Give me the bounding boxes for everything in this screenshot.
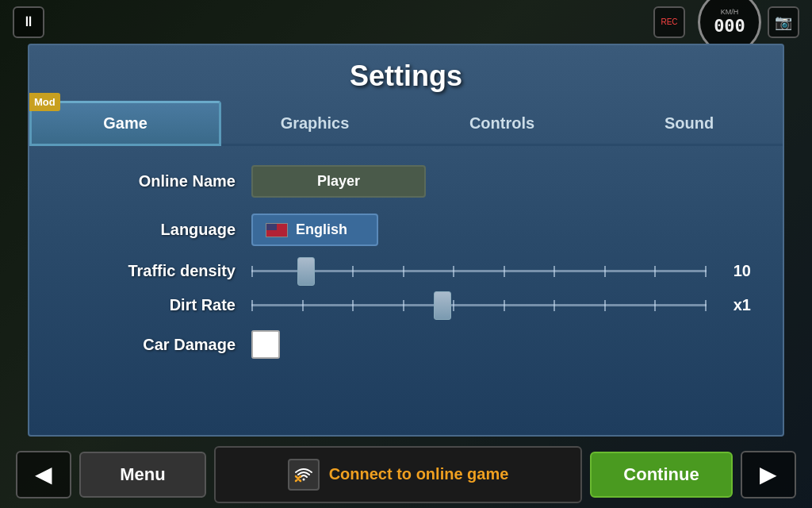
tick (302, 300, 304, 311)
tick (453, 266, 454, 277)
tick (604, 266, 606, 277)
tab-controls[interactable]: Controls (408, 102, 596, 146)
dirt-rate-slider-container: x1 (251, 296, 751, 314)
pause-button[interactable]: ⏸ (13, 6, 44, 38)
tab-sound[interactable]: Sound (596, 102, 783, 146)
settings-title: Settings (29, 45, 783, 102)
tick (654, 300, 656, 311)
online-name-input[interactable] (251, 165, 426, 198)
connect-label: Connect to online game (329, 465, 509, 483)
tick (251, 300, 253, 311)
tick (352, 266, 354, 277)
tick (553, 300, 555, 311)
menu-button[interactable]: Menu (79, 452, 206, 498)
wifi-icon (288, 459, 320, 491)
language-row: Language English (61, 214, 751, 246)
tick (504, 300, 505, 311)
dirt-rate-row: Dirt Rate (61, 296, 751, 314)
tick (504, 266, 505, 277)
car-damage-label: Car Damage (61, 336, 236, 354)
traffic-density-ticks (251, 270, 707, 272)
tick (705, 266, 707, 277)
traffic-density-track[interactable] (251, 270, 707, 272)
bottom-bar: ◀ Menu Connect to online game Continue ▶ (0, 441, 812, 508)
dirt-rate-control: x1 (251, 296, 751, 314)
traffic-density-slider-container: 10 (251, 262, 751, 280)
continue-button[interactable]: Continue (590, 452, 733, 498)
speed-value: 000 (714, 16, 745, 36)
traffic-density-thumb[interactable] (297, 257, 315, 286)
settings-content: Online Name Language English Traffic den… (29, 146, 783, 435)
forward-button[interactable]: ▶ (741, 451, 796, 498)
online-name-control (251, 165, 751, 198)
language-button[interactable]: English (251, 214, 378, 246)
language-value: English (296, 221, 347, 238)
online-name-row: Online Name (61, 165, 751, 198)
speed-unit: KM/H (721, 8, 739, 16)
tick (352, 300, 354, 311)
record-button[interactable]: REC (653, 6, 685, 38)
tick (705, 300, 707, 311)
traffic-density-label: Traffic density (61, 262, 236, 280)
back-button[interactable]: ◀ (16, 451, 71, 498)
mod-badge: Mod (29, 93, 60, 111)
car-damage-control (251, 330, 751, 359)
top-bar: ⏸ REC KM/H 000 📷 (0, 0, 812, 44)
traffic-density-value: 10 (719, 262, 751, 280)
language-label: Language (61, 221, 236, 239)
tick (604, 300, 606, 311)
tick (251, 266, 253, 277)
tabs-container: Game Graphics Controls Sound (29, 102, 783, 146)
tick (553, 266, 555, 277)
dirt-rate-ticks (251, 304, 707, 306)
dirt-rate-thumb[interactable] (434, 291, 451, 320)
tick (453, 300, 454, 311)
tab-graphics[interactable]: Graphics (221, 102, 408, 146)
language-control: English (251, 214, 751, 246)
car-damage-checkbox[interactable] (251, 330, 280, 359)
tick (654, 266, 656, 277)
dirt-rate-value: x1 (719, 296, 751, 314)
traffic-density-row: Traffic density (61, 262, 751, 280)
tick (403, 300, 404, 311)
connect-online-button[interactable]: Connect to online game (214, 446, 582, 503)
traffic-density-control: 10 (251, 262, 751, 280)
settings-panel: Mod Settings Game Graphics Controls Soun… (28, 44, 784, 437)
dirt-rate-track[interactable] (251, 304, 707, 306)
dirt-rate-label: Dirt Rate (61, 296, 236, 314)
car-damage-row: Car Damage (61, 330, 751, 359)
online-name-label: Online Name (61, 172, 236, 190)
camera-button[interactable]: 📷 (768, 6, 799, 38)
flag-us-icon (266, 223, 288, 237)
tick (403, 266, 404, 277)
